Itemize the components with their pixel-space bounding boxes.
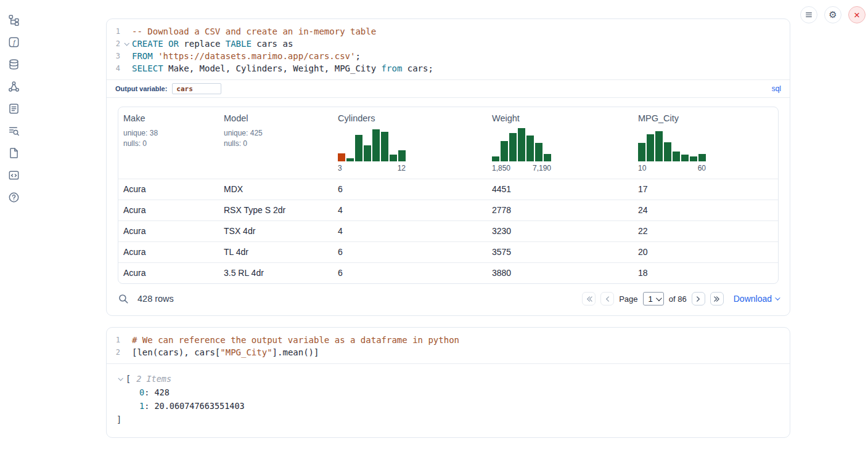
- table-row[interactable]: AcuraTSX 4dr4323022: [118, 220, 778, 241]
- dependency-graph-icon[interactable]: [8, 81, 20, 92]
- table-cell: Acura: [118, 221, 219, 241]
- pagination: Page 1 of 86: [582, 292, 724, 305]
- column-stats: nulls: 0: [123, 139, 214, 149]
- close-button[interactable]: ×: [848, 6, 866, 23]
- table-row[interactable]: AcuraRSX Type S 2dr4277824: [118, 200, 778, 220]
- gear-icon: ⚙: [829, 10, 837, 20]
- table-footer: 428 rows Page 1 of 86: [118, 284, 779, 315]
- column-label: Cylinders: [338, 113, 482, 123]
- close-bracket: ]: [117, 413, 790, 426]
- chevron-right-icon: [695, 296, 702, 302]
- open-bracket: [: [126, 372, 131, 386]
- chevron-down-icon: [656, 295, 662, 301]
- code-line[interactable]: 2CREATE OR replace TABLE cars as: [107, 38, 790, 50]
- fold-chevron-icon[interactable]: [120, 42, 132, 46]
- output-variable-bar: Output variable: sql: [107, 79, 790, 98]
- line-number-gutter: 2: [107, 38, 132, 50]
- data-sources-icon[interactable]: [8, 59, 20, 70]
- download-button[interactable]: Download: [734, 294, 779, 304]
- download-label: Download: [734, 294, 772, 304]
- tree-entry: 0: 428: [117, 386, 790, 399]
- page-select-value: 1: [649, 294, 653, 304]
- table-row[interactable]: AcuraTL 4dr6357520: [118, 241, 778, 262]
- line-number-gutter: 4: [107, 62, 132, 75]
- page-label: Page: [619, 294, 637, 304]
- table-cell: 22: [633, 221, 778, 241]
- variables-icon[interactable]: ƒ: [8, 36, 20, 48]
- table-row[interactable]: Acura3.5 RL 4dr6388018: [118, 262, 778, 283]
- column-header[interactable]: Cylinders312: [333, 107, 487, 179]
- outline-icon[interactable]: [8, 103, 20, 115]
- column-label: Weight: [492, 113, 628, 123]
- help-icon[interactable]: [8, 192, 20, 203]
- file-explorer-icon[interactable]: [8, 14, 20, 26]
- menu-button[interactable]: [800, 6, 817, 23]
- output-variable-label: Output variable:: [115, 85, 167, 92]
- sql-cell: 1-- Download a CSV and create an in-memo…: [106, 18, 790, 316]
- histogram-bar: [526, 136, 534, 161]
- table-cell: 4: [333, 200, 487, 220]
- histogram-bar: [398, 150, 406, 161]
- histogram-bar: [338, 153, 345, 161]
- histogram-bar: [698, 154, 706, 161]
- column-header[interactable]: Weight1,8507,190: [487, 107, 633, 179]
- histogram-bar: [355, 135, 362, 161]
- prev-page-button[interactable]: [600, 292, 614, 305]
- code-line[interactable]: 1-- Download a CSV and create an in-memo…: [107, 25, 790, 38]
- column-header[interactable]: Modelunique: 425nulls: 0: [219, 107, 333, 179]
- table-cell: 24: [633, 200, 778, 220]
- sql-code-editor[interactable]: 1-- Download a CSV and create an in-memo…: [107, 19, 790, 79]
- page-select[interactable]: 1: [643, 292, 664, 305]
- axis-min-label: 3: [338, 164, 342, 172]
- code-line[interactable]: 2[len(cars), cars["MPG_City"].mean()]: [107, 346, 790, 358]
- page-total-label: of 86: [669, 294, 687, 304]
- axis-min-label: 1,850: [492, 164, 510, 172]
- axis-max-label: 12: [398, 164, 406, 172]
- top-actions: ⚙ ×: [800, 6, 866, 23]
- tree-entry: 1: 20.060747663551403: [117, 399, 790, 413]
- axis-max-label: 7,190: [533, 164, 551, 172]
- column-stats: unique: 425: [224, 128, 328, 139]
- column-histogram: 312: [338, 128, 482, 172]
- table-cell: MDX: [219, 179, 333, 200]
- code-line[interactable]: 3FROM 'https://datasets.marimo.app/cars.…: [107, 50, 790, 62]
- table-cell: 3230: [487, 221, 633, 241]
- language-badge: sql: [772, 84, 781, 93]
- table-cell: Acura: [118, 263, 219, 283]
- code-line[interactable]: 1# We can reference the output variable …: [107, 334, 790, 346]
- histogram-bar: [364, 145, 371, 161]
- histogram-bar: [518, 128, 525, 161]
- histogram-bar: [673, 152, 680, 161]
- histogram-bar: [346, 158, 354, 161]
- table-cell: 4451: [487, 179, 633, 200]
- column-stats: nulls: 0: [224, 139, 328, 149]
- code-line[interactable]: 4SELECT Make, Model, Cylinders, Weight, …: [107, 62, 790, 75]
- histogram-bar: [390, 155, 397, 161]
- column-label: Model: [224, 113, 328, 123]
- column-label: MPG_City: [638, 113, 773, 123]
- documentation-icon[interactable]: [8, 147, 20, 159]
- column-header[interactable]: MPG_City1060: [633, 107, 778, 179]
- histogram-bar: [501, 141, 508, 161]
- histogram-bar: [535, 143, 542, 161]
- histogram-bar: [372, 129, 380, 161]
- last-page-button[interactable]: [710, 292, 724, 305]
- output-variable-input[interactable]: [172, 83, 221, 94]
- search-icon[interactable]: [118, 293, 129, 304]
- next-page-button[interactable]: [692, 292, 705, 305]
- logs-icon[interactable]: [8, 125, 20, 137]
- table-row[interactable]: AcuraMDX6445117: [118, 179, 778, 200]
- table-header: Makeunique: 38nulls: 0Modelunique: 425nu…: [118, 107, 778, 179]
- line-number-gutter: 3: [107, 50, 132, 62]
- table-cell: 18: [633, 263, 778, 283]
- python-code-editor[interactable]: 1# We can reference the output variable …: [107, 328, 790, 363]
- settings-button[interactable]: ⚙: [824, 6, 841, 23]
- column-header[interactable]: Makeunique: 38nulls: 0: [118, 107, 219, 179]
- first-page-button[interactable]: [582, 292, 596, 305]
- tree-root: [ 2 Items: [117, 372, 790, 386]
- table-cell: 3575: [487, 242, 633, 262]
- collapse-chevron-icon[interactable]: [117, 377, 124, 381]
- snippets-icon[interactable]: [8, 169, 20, 181]
- column-histogram: 1060: [638, 128, 773, 172]
- notebook: 1-- Download a CSV and create an in-memo…: [106, 18, 790, 438]
